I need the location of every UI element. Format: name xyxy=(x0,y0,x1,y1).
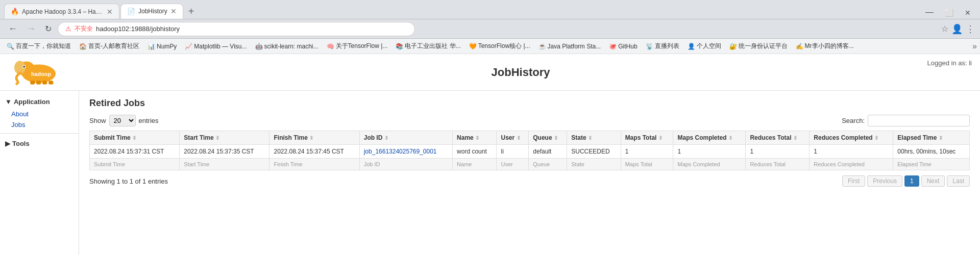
showing-entries: Showing 1 to 1 of 1 entries xyxy=(89,177,168,185)
col-start-time[interactable]: Start Time ⇕ xyxy=(180,131,270,145)
bookmark-sklearn[interactable]: 🤖scikit-learn: machi... xyxy=(252,42,322,51)
profile-icon[interactable]: 👤 xyxy=(951,23,963,35)
sort-icon-finish: ⇕ xyxy=(309,135,313,141)
svg-rect-5 xyxy=(30,81,35,84)
show-entries: Show 20 50 100 entries xyxy=(89,115,159,126)
sidebar-item-about[interactable]: About xyxy=(0,109,79,119)
bookmark-blog[interactable]: ✍Mr李小四的博客... xyxy=(792,41,857,52)
cell-finish-time: 2022.08.24 15:37:45 CST xyxy=(270,145,359,159)
next-button[interactable]: Next xyxy=(921,175,945,187)
tab1-close[interactable]: ✕ xyxy=(107,8,113,16)
about-link[interactable]: About xyxy=(11,110,29,118)
table-header-row: Submit Time ⇕ Start Time ⇕ Finish Time ⇕… xyxy=(90,131,970,145)
new-tab-button[interactable]: + xyxy=(184,4,199,19)
first-button[interactable]: First xyxy=(842,175,865,187)
jobs-link[interactable]: Jobs xyxy=(11,121,25,129)
cell-user: li xyxy=(497,145,529,159)
hadoop-elephant-svg: hadoop xyxy=(8,58,69,86)
bookmark-tf-core[interactable]: 🧡TensorFlow核心 |... xyxy=(465,41,534,52)
tab1-label: Apache Hadoop 3.3.4 – Hado... xyxy=(22,8,104,15)
entries-label: entries xyxy=(139,117,159,124)
cell-name: word count xyxy=(453,145,497,159)
data-table: Submit Time ⇕ Start Time ⇕ Finish Time ⇕… xyxy=(89,131,970,170)
col-queue[interactable]: Queue ⇕ xyxy=(529,131,567,145)
col-state[interactable]: State ⇕ xyxy=(567,131,621,145)
tab2-close[interactable]: ✕ xyxy=(170,7,177,15)
sort-icon-name: ⇕ xyxy=(475,135,479,141)
reload-button[interactable]: ↻ xyxy=(42,23,55,35)
bookmarks-more[interactable]: » xyxy=(972,42,977,51)
footer-job-id: Job ID xyxy=(359,159,452,170)
page-header: hadoop JobHistory Logged in as: li xyxy=(0,54,980,91)
sort-icon-maps-total: ⇕ xyxy=(658,135,663,141)
col-elapsed-time[interactable]: Elapsed Time ⇕ xyxy=(893,131,970,145)
svg-text:hadoop: hadoop xyxy=(31,71,51,77)
search-input[interactable] xyxy=(868,115,970,126)
bookmark-renyou[interactable]: 🏠首页-人邮教育社区 xyxy=(76,41,143,52)
cell-submit-time: 2022.08.24 15:37:31 CST xyxy=(90,145,180,159)
page-number-button[interactable]: 1 xyxy=(904,175,919,187)
window-maximize[interactable]: ⬜ xyxy=(940,7,959,19)
job-id-link[interactable]: job_1661324025769_0001 xyxy=(364,148,437,155)
bookmark-github[interactable]: 🐙GitHub xyxy=(605,42,641,51)
page-content: hadoop JobHistory Logged in as: li ▼ App… xyxy=(0,54,980,255)
col-maps-completed[interactable]: Maps Completed ⇕ xyxy=(673,131,746,145)
pagination: First Previous 1 Next Last xyxy=(842,175,970,187)
window-close[interactable]: ✕ xyxy=(960,7,976,19)
menu-icon[interactable]: ⋮ xyxy=(966,23,975,35)
tab-1[interactable]: 🔥 Apache Hadoop 3.3.4 – Hado... ✕ xyxy=(4,4,119,19)
bookmark-auth[interactable]: 🔐统一身份认证平台 xyxy=(726,41,791,52)
col-name[interactable]: Name ⇕ xyxy=(453,131,497,145)
col-finish-time[interactable]: Finish Time ⇕ xyxy=(270,131,359,145)
sort-icon-user: ⇕ xyxy=(517,135,521,141)
bookmark-live[interactable]: 📡直播列表 xyxy=(642,41,683,52)
address-bar[interactable]: ⚠ 不安全 hadoop102:19888/jobhistory xyxy=(58,22,415,36)
cell-start-time: 2022.08.24 15:37:35 CST xyxy=(180,145,270,159)
col-reduces-completed[interactable]: Reduces Completed ⇕ xyxy=(810,131,893,145)
forward-button[interactable]: → xyxy=(23,22,39,35)
section-title: Retired Jobs xyxy=(89,98,970,109)
sort-icon-start: ⇕ xyxy=(215,135,219,141)
sort-icon-queue: ⇕ xyxy=(554,135,558,141)
table-row: 2022.08.24 15:37:31 CST 2022.08.24 15:37… xyxy=(90,145,970,159)
sidebar-tools-header[interactable]: ▶ Tools xyxy=(0,137,79,150)
footer-queue: Queue xyxy=(529,159,567,170)
col-job-id[interactable]: Job ID ⇕ xyxy=(359,131,452,145)
tools-arrow-icon: ▶ xyxy=(5,140,10,147)
svg-point-4 xyxy=(23,66,25,68)
bookmark-star[interactable]: ☆ xyxy=(941,24,948,34)
col-submit-time[interactable]: Submit Time ⇕ xyxy=(90,131,180,145)
bookmark-profile[interactable]: 👤个人空间 xyxy=(684,41,725,52)
previous-button[interactable]: Previous xyxy=(867,175,902,187)
bookmark-matplotlib[interactable]: 📈Matplotlib — Visu... xyxy=(181,42,250,51)
table-footer: Showing 1 to 1 of 1 entries First Previo… xyxy=(89,175,970,187)
application-label: Application xyxy=(14,98,50,106)
col-user[interactable]: User ⇕ xyxy=(497,131,529,145)
sidebar-divider xyxy=(0,133,79,134)
cell-elapsed-time: 00hrs, 00mins, 10sec xyxy=(893,145,970,159)
browser-chrome: 🔥 Apache Hadoop 3.3.4 – Hado... ✕ 📄 JobH… xyxy=(0,0,980,54)
bookmark-tensorflow[interactable]: 🧠关于TensorFlow |... xyxy=(323,41,391,52)
last-button[interactable]: Last xyxy=(947,175,970,187)
bookmark-numpy[interactable]: 📊NumPy xyxy=(144,42,180,51)
window-minimize[interactable]: — xyxy=(920,6,939,19)
sort-icon-maps-completed: ⇕ xyxy=(728,135,732,141)
col-maps-total[interactable]: Maps Total ⇕ xyxy=(621,131,673,145)
col-reduces-total[interactable]: Reduces Total ⇕ xyxy=(746,131,810,145)
logged-in-label: Logged in as: li xyxy=(927,59,972,67)
sidebar-application-header[interactable]: ▼ Application xyxy=(0,95,79,109)
bookmark-baidu[interactable]: 🔍百度一下，你就知道 xyxy=(3,41,75,52)
tab2-favicon: 📄 xyxy=(127,8,135,15)
hadoop-logo: hadoop xyxy=(8,58,69,86)
footer-elapsed-time: Elapsed Time xyxy=(893,159,970,170)
tools-label: Tools xyxy=(12,140,30,147)
back-button[interactable]: ← xyxy=(5,22,20,35)
bookmark-dianzi[interactable]: 📚电子工业出版社 华... xyxy=(392,41,464,52)
tab-2[interactable]: 📄 JobHistory ✕ xyxy=(120,4,183,19)
bookmark-java[interactable]: ☕Java Platform Sta... xyxy=(535,42,605,51)
bookmarks-bar: 🔍百度一下，你就知道 🏠首页-人邮教育社区 📊NumPy 📈Matplotlib… xyxy=(0,39,980,54)
address-bar-row: ← → ↻ ⚠ 不安全 hadoop102:19888/jobhistory ☆… xyxy=(0,19,980,39)
cell-job-id[interactable]: job_1661324025769_0001 xyxy=(359,145,452,159)
sidebar-item-jobs[interactable]: Jobs xyxy=(0,119,79,130)
show-select[interactable]: 20 50 100 xyxy=(109,115,136,126)
